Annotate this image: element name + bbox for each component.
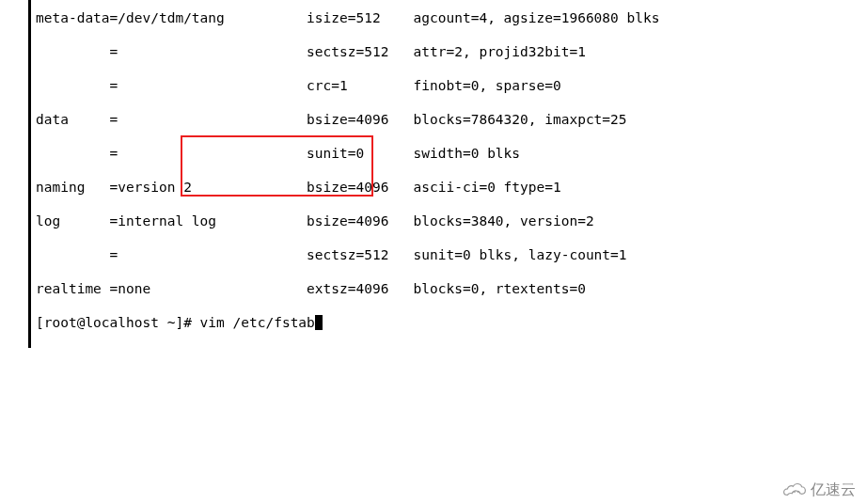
- output-line: data = bsize=4096 blocks=7864320, imaxpc…: [36, 111, 659, 128]
- svg-point-0: [794, 491, 796, 493]
- terminal-output: meta-data=/dev/tdm/tang isize=512 agcoun…: [28, 0, 659, 348]
- watermark-text: 亿速云: [811, 481, 856, 498]
- output-line: = sunit=0 swidth=0 blks: [36, 145, 659, 162]
- cursor: [315, 315, 323, 330]
- watermark: 亿速云: [782, 481, 856, 498]
- output-line: meta-data=/dev/tdm/tang isize=512 agcoun…: [36, 9, 659, 26]
- output-line: realtime =none extsz=4096 blocks=0, rtex…: [36, 280, 659, 297]
- command-text: vim /etc/fstab: [200, 315, 315, 330]
- output-line: = crc=1 finobt=0, sparse=0: [36, 77, 659, 94]
- svg-point-1: [797, 491, 799, 493]
- prompt-line[interactable]: [root@localhost ~]# vim /etc/fstab: [36, 314, 659, 331]
- cloud-icon: [782, 481, 807, 498]
- output-line: naming =version 2 bsize=4096 ascii-ci=0 …: [36, 179, 659, 196]
- shell-prompt: [root@localhost ~]#: [36, 315, 200, 330]
- output-line: = sectsz=512 attr=2, projid32bit=1: [36, 43, 659, 60]
- output-line: = sectsz=512 sunit=0 blks, lazy-count=1: [36, 246, 659, 263]
- output-line: log =internal log bsize=4096 blocks=3840…: [36, 213, 659, 229]
